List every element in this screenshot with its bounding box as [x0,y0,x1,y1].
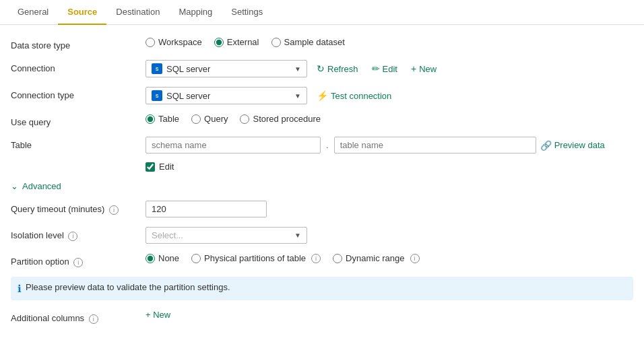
refresh-icon: ↻ [317,63,325,74]
connection-type-control: S SQL server ▼ ⚡ Test connection [146,87,395,104]
test-connection-label: Test connection [331,91,391,101]
isolation-level-dropdown[interactable]: Select... ▼ [146,227,307,244]
radio-table-input[interactable] [146,114,155,124]
table-label: Table [11,137,146,150]
data-store-type-row: Data store type Workspace External Sampl… [11,37,633,50]
edit-label: Edit [383,64,397,74]
radio-sample-dataset[interactable]: Sample dataset [271,37,345,47]
query-timeout-row: Query timeout (minutes) i [11,201,633,217]
plus-icon: + [411,63,416,74]
isolation-level-value: Select... [152,230,183,240]
query-timeout-control [146,201,267,217]
tab-bar: General Source Destination Mapping Setti… [0,0,644,25]
preview-data-link[interactable]: 🔗 Preview data [540,140,605,151]
data-store-type-control: Workspace External Sample dataset [146,37,345,47]
test-connection-icon: ⚡ [317,90,328,101]
add-new-button[interactable]: + New [146,310,170,320]
tab-source[interactable]: Source [58,0,106,25]
partition-option-label: Partition option i [11,253,146,267]
radio-sample-dataset-label: Sample dataset [284,37,345,47]
radio-workspace-input[interactable] [146,38,155,47]
tab-general[interactable]: General [8,0,58,25]
new-label: New [419,64,437,74]
table-name-input[interactable] [334,137,536,154]
radio-query[interactable]: Query [191,114,228,124]
connection-type-value: SQL server [166,91,210,101]
radio-external[interactable]: External [214,37,259,47]
radio-query-label: Query [204,114,228,124]
connection-label: Connection [11,60,146,73]
advanced-label: Advanced [22,181,61,191]
radio-table-label: Table [158,114,179,124]
new-button[interactable]: + New [407,61,441,77]
edit-checkbox-label[interactable]: Edit [159,162,174,172]
use-query-radio-group: Table Query Stored procedure [146,114,321,124]
advanced-toggle[interactable]: ⌄ Advanced [11,181,633,191]
info-notice-icon: ℹ [18,283,22,295]
radio-partition-physical[interactable]: Physical partitions of table i [191,253,321,263]
isolation-level-label: Isolation level i [11,227,146,241]
connection-type-arrow-icon: ▼ [294,92,301,100]
radio-external-label: External [227,37,259,47]
edit-checkbox-row: Edit [146,162,605,172]
radio-external-input[interactable] [214,38,224,47]
query-timeout-label: Query timeout (minutes) i [11,201,146,215]
connection-dropdown-inner: S SQL server [152,63,210,74]
tab-destination[interactable]: Destination [106,0,169,25]
radio-partition-none-input[interactable] [146,254,155,263]
edit-button[interactable]: ✏ Edit [368,61,401,77]
radio-table[interactable]: Table [146,114,179,124]
isolation-level-info-icon: i [68,232,77,241]
refresh-button[interactable]: ↻ Refresh [313,61,362,77]
query-timeout-info-icon: i [109,205,119,215]
connection-value: SQL server [166,64,210,74]
radio-partition-dynamic-input[interactable] [333,254,342,263]
dot-separator: . [326,140,329,150]
radio-partition-none[interactable]: None [146,253,179,263]
tab-mapping[interactable]: Mapping [169,0,222,25]
edit-pencil-icon: ✏ [372,63,380,74]
use-query-control: Table Query Stored procedure [146,114,321,124]
connection-dropdown[interactable]: S SQL server ▼ [146,60,307,77]
connection-type-dropdown[interactable]: S SQL server ▼ [146,87,307,104]
data-store-type-label: Data store type [11,37,146,50]
preview-data-label: Preview data [554,140,605,150]
radio-stored-procedure-input[interactable] [240,114,249,124]
additional-columns-label: Additional columns i [11,310,146,324]
partition-physical-info-icon: i [311,254,321,263]
additional-columns-row: Additional columns i + New [11,310,633,324]
radio-query-input[interactable] [191,114,201,124]
tab-settings[interactable]: Settings [222,0,272,25]
table-row: Table . 🔗 Preview data Edit [11,137,633,172]
radio-sample-dataset-input[interactable] [271,38,281,47]
additional-columns-control: + New [146,310,170,320]
link-icon: 🔗 [540,140,552,151]
connection-row: Connection S SQL server ▼ ↻ Refresh ✏ Ed… [11,60,633,77]
partition-radio-group: None Physical partitions of table i Dyna… [146,253,420,263]
connection-arrow-icon: ▼ [294,65,301,73]
isolation-level-row: Isolation level i Select... ▼ [11,227,633,244]
edit-checkbox[interactable] [146,162,155,172]
radio-partition-physical-label: Physical partitions of table [204,253,306,263]
radio-partition-dynamic-label: Dynamic range [346,253,404,263]
table-control: . 🔗 Preview data Edit [146,137,605,172]
radio-stored-procedure[interactable]: Stored procedure [240,114,320,124]
isolation-level-dropdown-inner: Select... [152,230,183,240]
isolation-level-control: Select... ▼ [146,227,307,244]
partition-option-control: None Physical partitions of table i Dyna… [146,253,420,263]
connection-control: S SQL server ▼ ↻ Refresh ✏ Edit + New [146,60,441,77]
isolation-level-arrow-icon: ▼ [294,232,301,239]
radio-partition-none-label: None [158,253,179,263]
radio-workspace[interactable]: Workspace [146,37,202,47]
radio-partition-physical-input[interactable] [191,254,201,263]
refresh-label: Refresh [327,64,358,74]
schema-input[interactable] [146,137,321,154]
test-connection-button[interactable]: ⚡ Test connection [313,88,395,104]
form-content: Data store type Workspace External Sampl… [0,25,644,340]
connection-type-dropdown-inner: S SQL server [152,90,210,101]
partition-option-info-icon: i [73,258,83,267]
radio-partition-dynamic[interactable]: Dynamic range i [333,253,419,263]
connection-type-row: Connection type S SQL server ▼ ⚡ Test co… [11,87,633,104]
query-timeout-input[interactable] [146,201,267,217]
radio-workspace-label: Workspace [158,37,202,47]
